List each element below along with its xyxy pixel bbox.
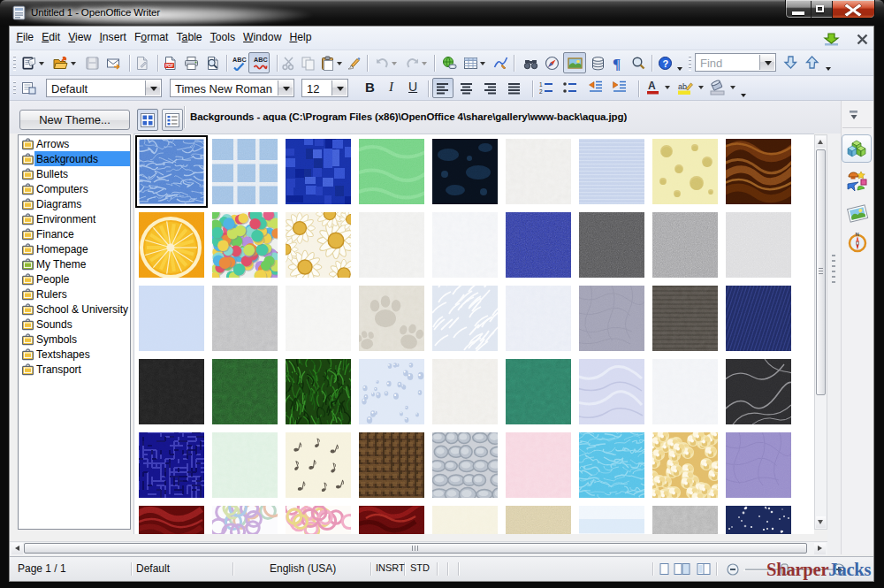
svg-text:¶: ¶ <box>613 56 621 71</box>
svg-text:A: A <box>648 80 656 92</box>
svg-text:PDF: PDF <box>165 64 173 68</box>
svg-text:1: 1 <box>539 81 543 88</box>
svg-text:ABC: ABC <box>232 56 247 64</box>
svg-text:?: ? <box>663 58 669 69</box>
svg-text:ABC: ABC <box>254 56 268 64</box>
svg-text:2: 2 <box>539 88 543 95</box>
svg-text:ab: ab <box>678 82 687 91</box>
svg-text:N: N <box>856 232 859 237</box>
